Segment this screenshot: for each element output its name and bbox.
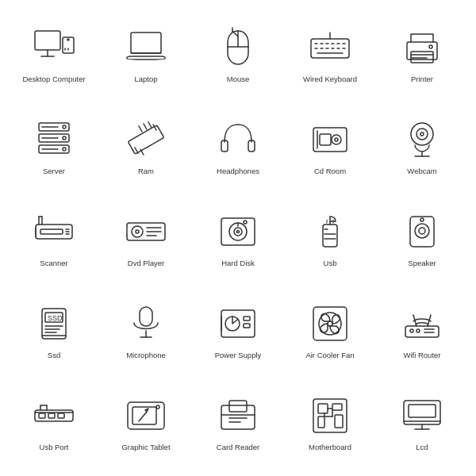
cd-room-icon <box>307 117 353 163</box>
usb-port-icon <box>31 393 77 439</box>
svg-rect-62 <box>40 229 63 234</box>
icon-cell-cd-room: Cd Room <box>284 100 376 192</box>
icon-cell-server: Server <box>8 100 100 192</box>
svg-rect-3 <box>63 37 74 53</box>
svg-rect-137 <box>335 415 343 428</box>
ram-icon <box>123 117 169 163</box>
svg-rect-114 <box>48 413 55 418</box>
svg-point-86 <box>420 218 424 221</box>
svg-rect-113 <box>39 413 45 418</box>
usb-icon <box>307 209 353 255</box>
svg-point-108 <box>410 329 413 332</box>
wifi-router-icon <box>399 301 445 347</box>
lcd-icon <box>399 393 445 439</box>
microphone-label: Microphone <box>126 351 166 359</box>
svg-rect-100 <box>244 324 250 328</box>
icon-cell-card-reader: Card Reader <box>192 376 284 468</box>
power-supply-label: Power Supply <box>215 351 262 359</box>
laptop-icon <box>123 25 169 71</box>
ssd-label: Ssd <box>48 351 60 359</box>
svg-point-57 <box>416 129 428 140</box>
icon-cell-power-supply: Power Supply <box>192 284 284 376</box>
svg-point-85 <box>419 228 425 234</box>
graphic-tablet-label: Graphic Tablet <box>121 443 170 451</box>
speaker-icon <box>399 209 445 255</box>
scanner-icon <box>31 209 77 255</box>
icon-cell-speaker: Speaker <box>376 192 468 284</box>
icon-cell-graphic-tablet: Graphic Tablet <box>100 376 192 468</box>
svg-point-53 <box>332 135 341 144</box>
hard-disk-label: Hard Disk <box>221 259 255 267</box>
icon-cell-usb: Usb <box>284 192 376 284</box>
server-label: Server <box>43 167 65 175</box>
svg-point-109 <box>416 329 420 332</box>
desktop-computer-label: Desktop Computer <box>22 75 85 83</box>
speaker-label: Speaker <box>408 259 436 267</box>
icon-cell-scanner: Scanner <box>8 192 100 284</box>
microphone-icon <box>123 301 169 347</box>
svg-line-47 <box>135 148 138 153</box>
icon-cell-lcd: Lcd <box>376 376 468 468</box>
svg-rect-132 <box>318 416 324 428</box>
svg-rect-112 <box>35 410 73 421</box>
svg-line-43 <box>139 126 142 132</box>
dvd-player-label: Dvd Player <box>128 259 164 267</box>
svg-point-54 <box>335 138 338 141</box>
icon-cell-webcam: Webcam <box>376 100 468 192</box>
cd-room-label: Cd Room <box>314 167 346 175</box>
icon-cell-usb-port: Usb Port <box>8 376 100 468</box>
svg-rect-42 <box>128 125 163 155</box>
ssd-icon: SSD <box>31 301 77 347</box>
lcd-label: Lcd <box>416 443 428 451</box>
svg-rect-0 <box>35 31 60 50</box>
svg-point-6 <box>67 39 69 40</box>
svg-rect-130 <box>318 404 328 413</box>
icon-cell-desktop-computer: Desktop Computer <box>8 8 100 100</box>
svg-rect-142 <box>409 405 436 417</box>
svg-rect-131 <box>332 404 342 410</box>
laptop-label: Laptop <box>134 75 157 83</box>
svg-rect-115 <box>58 413 64 418</box>
svg-point-56 <box>411 123 433 145</box>
svg-line-122 <box>139 412 147 421</box>
svg-point-36 <box>63 125 66 129</box>
svg-rect-81 <box>323 225 337 247</box>
wifi-router-label: Wifi Router <box>404 351 441 359</box>
svg-rect-75 <box>221 218 255 245</box>
webcam-label: Webcam <box>407 167 436 175</box>
svg-text:SSD: SSD <box>48 314 63 322</box>
svg-point-77 <box>234 228 242 236</box>
headphones-icon <box>215 117 261 163</box>
icon-cell-headphones: Headphones <box>192 100 284 192</box>
mouse-icon <box>215 25 261 71</box>
icon-cell-hard-disk: Hard Disk <box>192 192 284 284</box>
card-reader-label: Card Reader <box>217 443 259 451</box>
icon-cell-wired-keyboard: Wired Keyboard <box>284 8 376 100</box>
air-cooler-fan-icon <box>307 301 353 347</box>
svg-point-37 <box>63 136 66 140</box>
svg-rect-52 <box>320 134 331 145</box>
wired-keyboard-icon <box>307 25 353 71</box>
svg-line-45 <box>148 122 152 128</box>
wired-keyboard-label: Wired Keyboard <box>303 75 357 83</box>
air-cooler-fan-label: Air Cooler Fan <box>305 351 354 359</box>
svg-point-123 <box>156 405 159 409</box>
svg-rect-125 <box>229 401 247 412</box>
webcam-icon <box>399 117 445 163</box>
scanner-label: Scanner <box>40 259 67 267</box>
icon-cell-microphone: Microphone <box>100 284 192 376</box>
mouse-label: Mouse <box>227 75 250 83</box>
svg-point-84 <box>415 224 429 238</box>
svg-point-30 <box>429 45 432 48</box>
svg-point-38 <box>63 148 66 151</box>
hard-disk-icon <box>215 209 261 255</box>
icon-cell-laptop: Laptop <box>100 8 192 100</box>
svg-rect-121 <box>132 407 156 424</box>
icon-cell-wifi-router: Wifi Router <box>376 284 468 376</box>
icon-cell-dvd-player: Dvd Player <box>100 192 192 284</box>
icon-grid: Desktop Computer Laptop Mouse <box>0 0 476 476</box>
icon-cell-motherboard: Motherboard <box>284 376 376 468</box>
svg-rect-7 <box>131 33 161 53</box>
icon-cell-mouse: Mouse <box>192 8 284 100</box>
server-icon <box>31 117 77 163</box>
